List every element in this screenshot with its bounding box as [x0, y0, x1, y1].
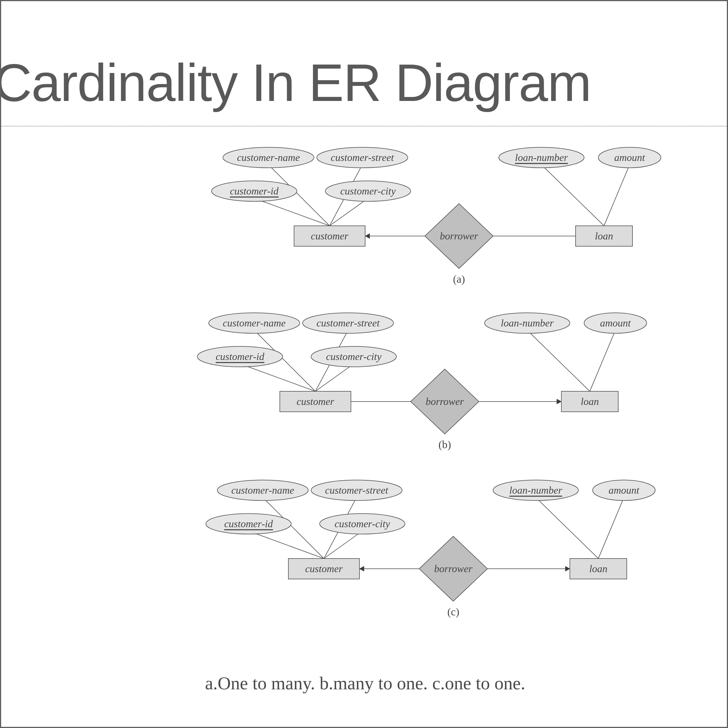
- connector-line: [315, 364, 354, 391]
- caption-text: a.One to many. b.many to one. c.one to o…: [1, 673, 728, 694]
- subcaption: (c): [447, 606, 459, 618]
- relationship-label: borrower: [440, 230, 479, 242]
- attribute-label: customer-city: [335, 518, 390, 529]
- connector-line: [324, 531, 362, 558]
- entity-label: customer: [305, 563, 343, 574]
- attribute-label: customer-id: [230, 185, 279, 197]
- attribute-label: customer-city: [340, 185, 396, 197]
- entity-label: customer: [311, 230, 349, 242]
- attribute-label: loan-number: [501, 317, 554, 329]
- attribute-label: customer-name: [223, 317, 286, 329]
- attribute-label: customer-id: [224, 518, 273, 529]
- entity-label: loan: [595, 230, 613, 242]
- connector-line: [254, 198, 330, 226]
- attribute-label: customer-id: [216, 351, 265, 362]
- arrowhead-icon: [365, 234, 370, 239]
- connector-line: [536, 497, 598, 558]
- connector-line: [240, 364, 315, 391]
- slide: Cardinality In ER Diagram customer-namec…: [0, 0, 728, 728]
- entity-label: customer: [297, 396, 335, 407]
- connector-line: [541, 165, 604, 226]
- subcaption: (a): [453, 273, 465, 285]
- attribute-label: loan-number: [509, 485, 563, 496]
- attribute-label: customer-street: [325, 485, 388, 496]
- attribute-label: amount: [614, 152, 645, 163]
- connector-line: [590, 330, 615, 391]
- arrowhead-icon: [565, 566, 570, 571]
- entity-label: loan: [581, 396, 599, 407]
- attribute-label: customer-name: [231, 485, 294, 496]
- er-diagram-c: customer-namecustomer-streetcustomer-idc…: [146, 473, 670, 621]
- attribute-label: amount: [609, 485, 639, 496]
- connector-line: [330, 198, 368, 226]
- entity-label: loan: [589, 563, 607, 574]
- er-diagram-a: customer-namecustomer-streetcustomer-idc…: [152, 141, 675, 288]
- connector-line: [527, 330, 590, 391]
- subcaption: (b): [439, 439, 451, 451]
- arrowhead-icon: [557, 399, 561, 404]
- connector-line: [604, 165, 630, 226]
- slide-title: Cardinality In ER Diagram: [0, 52, 591, 113]
- attribute-label: customer-city: [326, 351, 381, 362]
- attribute-label: customer-street: [317, 317, 380, 329]
- relationship-label: borrower: [426, 396, 464, 407]
- er-diagram-b: customer-namecustomer-streetcustomer-idc…: [138, 306, 661, 454]
- connector-line: [249, 531, 324, 558]
- attribute-label: customer-street: [331, 152, 394, 163]
- title-underline: [1, 126, 727, 127]
- attribute-label: amount: [600, 317, 631, 329]
- attribute-label: loan-number: [515, 152, 568, 163]
- relationship-label: borrower: [434, 563, 473, 574]
- attribute-label: customer-name: [237, 152, 300, 163]
- arrowhead-icon: [359, 566, 364, 571]
- connector-line: [598, 497, 624, 558]
